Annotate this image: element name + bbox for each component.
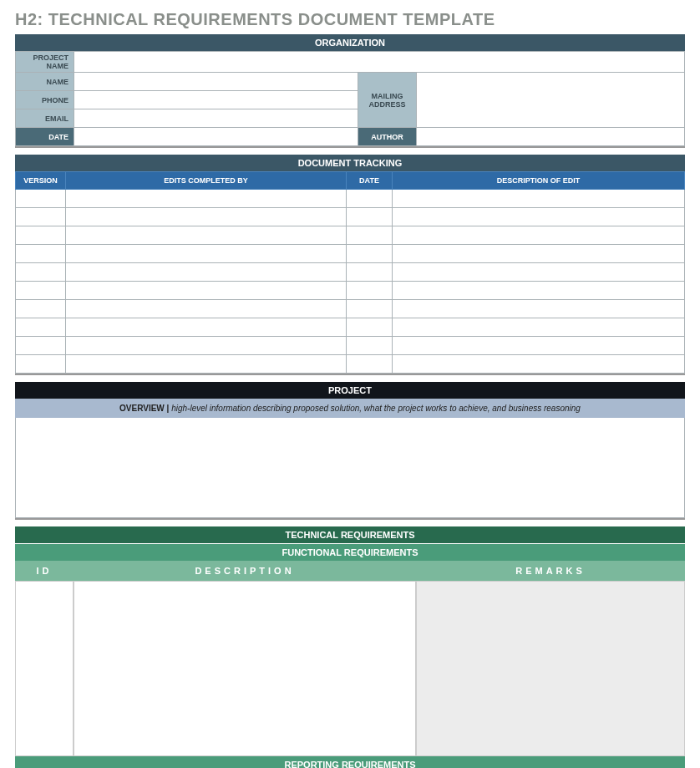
tracking-cell[interactable] — [393, 245, 685, 263]
table-row — [16, 282, 685, 300]
col-remarks: REMARKS — [416, 561, 685, 581]
label-email: EMAIL — [16, 109, 74, 128]
tracking-cell[interactable] — [16, 282, 66, 300]
tracking-cell[interactable] — [393, 318, 685, 337]
tracking-cell[interactable] — [16, 190, 66, 208]
organization-header: ORGANIZATION — [15, 34, 685, 51]
technical-section: TECHNICAL REQUIREMENTS FUNCTIONAL REQUIR… — [15, 526, 685, 768]
functional-columns: ID DESCRIPTION REMARKS — [15, 561, 685, 581]
label-name: NAME — [16, 73, 74, 91]
tracking-cell[interactable] — [66, 355, 347, 374]
overview-row: OVERVIEW | high-level information descri… — [15, 399, 685, 418]
tracking-cell[interactable] — [16, 318, 66, 337]
tracking-cell[interactable] — [16, 263, 66, 282]
tracking-cell[interactable] — [347, 318, 393, 337]
func-desc-cell[interactable] — [74, 581, 416, 756]
tracking-cell[interactable] — [393, 263, 685, 282]
label-date: DATE — [16, 128, 74, 146]
tracking-cell[interactable] — [393, 208, 685, 226]
col-edits-by: EDITS COMPLETED BY — [66, 172, 347, 190]
func-id-cell[interactable] — [15, 581, 74, 756]
col-version: VERSION — [16, 172, 66, 190]
tracking-cell[interactable] — [66, 282, 347, 300]
tracking-cell[interactable] — [16, 226, 66, 245]
tracking-header: DOCUMENT TRACKING — [15, 155, 685, 171]
input-author[interactable] — [417, 128, 685, 146]
input-mailing-address[interactable] — [417, 73, 685, 128]
table-row — [16, 226, 685, 245]
tracking-cell[interactable] — [393, 226, 685, 245]
label-project-name: PROJECT NAME — [16, 52, 74, 73]
tracking-cell[interactable] — [66, 208, 347, 226]
tracking-cell[interactable] — [347, 300, 393, 318]
tracking-cell[interactable] — [66, 263, 347, 282]
label-author: AUTHOR — [358, 128, 417, 146]
tracking-cell[interactable] — [66, 190, 347, 208]
tracking-cell[interactable] — [347, 245, 393, 263]
organization-table: PROJECT NAME NAME MAILING ADDRESS PHONE … — [15, 51, 685, 146]
organization-section: ORGANIZATION PROJECT NAME NAME MAILING A… — [15, 34, 685, 148]
tracking-cell[interactable] — [347, 208, 393, 226]
technical-header: TECHNICAL REQUIREMENTS — [15, 526, 685, 543]
functional-body — [15, 581, 685, 756]
input-name[interactable] — [74, 73, 358, 91]
func-remarks-cell[interactable] — [416, 581, 685, 756]
tracking-cell[interactable] — [393, 337, 685, 355]
tracking-cell[interactable] — [66, 318, 347, 337]
input-project-name[interactable] — [74, 52, 685, 73]
col-func-description: DESCRIPTION — [74, 561, 416, 581]
tracking-cell[interactable] — [66, 337, 347, 355]
label-mailing-address: MAILING ADDRESS — [358, 73, 417, 128]
overview-body[interactable] — [15, 418, 685, 518]
tracking-cell[interactable] — [393, 190, 685, 208]
tracking-cell[interactable] — [347, 190, 393, 208]
project-header: PROJECT — [15, 382, 685, 399]
tracking-cell[interactable] — [347, 337, 393, 355]
table-row — [16, 318, 685, 337]
col-description: DESCRIPTION OF EDIT — [393, 172, 685, 190]
tracking-cell[interactable] — [393, 355, 685, 374]
tracking-section: DOCUMENT TRACKING VERSION EDITS COMPLETE… — [15, 155, 685, 375]
tracking-cell[interactable] — [16, 300, 66, 318]
input-phone[interactable] — [74, 91, 358, 109]
tracking-cell[interactable] — [16, 208, 66, 226]
tracking-cell[interactable] — [393, 282, 685, 300]
label-phone: PHONE — [16, 91, 74, 109]
col-id: ID — [15, 561, 74, 581]
table-row — [16, 263, 685, 282]
table-row — [16, 208, 685, 226]
input-date[interactable] — [74, 128, 358, 146]
functional-header: FUNCTIONAL REQUIREMENTS — [15, 543, 685, 561]
tracking-cell[interactable] — [347, 263, 393, 282]
tracking-table: VERSION EDITS COMPLETED BY DATE DESCRIPT… — [15, 171, 685, 374]
input-email[interactable] — [74, 109, 358, 128]
table-row — [16, 190, 685, 208]
overview-label: OVERVIEW | — [119, 404, 169, 413]
col-date: DATE — [347, 172, 393, 190]
tracking-cell[interactable] — [347, 282, 393, 300]
tracking-cell[interactable] — [66, 226, 347, 245]
tracking-cell[interactable] — [16, 355, 66, 374]
reporting-header: REPORTING REQUIREMENTS — [15, 756, 685, 768]
overview-hint: high-level information describing propos… — [171, 404, 581, 413]
tracking-cell[interactable] — [347, 355, 393, 374]
table-row — [16, 355, 685, 374]
project-section: PROJECT OVERVIEW | high-level informatio… — [15, 382, 685, 520]
tracking-cell[interactable] — [347, 226, 393, 245]
tracking-cell[interactable] — [393, 300, 685, 318]
table-row — [16, 300, 685, 318]
tracking-cell[interactable] — [66, 300, 347, 318]
tracking-cell[interactable] — [16, 245, 66, 263]
table-row — [16, 245, 685, 263]
tracking-cell[interactable] — [66, 245, 347, 263]
page-title: H2: TECHNICAL REQUIREMENTS DOCUMENT TEMP… — [15, 10, 685, 29]
table-row — [16, 337, 685, 355]
tracking-cell[interactable] — [16, 337, 66, 355]
